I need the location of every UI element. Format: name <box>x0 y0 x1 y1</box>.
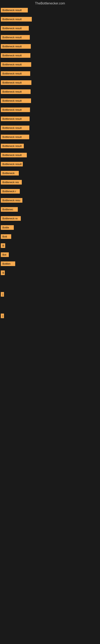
bottleneck-result-bar: | <box>1 314 4 318</box>
bottleneck-result-bar: Bottlenec <box>1 207 18 212</box>
bottleneck-result-bar: Bottleneck <box>1 171 19 176</box>
bar-row: Bottleneck <box>0 171 100 176</box>
bar-row: Bottleneck result <box>0 17 100 22</box>
site-title: TheBottlenecker.com <box>0 0 100 7</box>
bar-row: Bottleneck result <box>0 116 100 122</box>
bottleneck-result-bar: Bottleneck result <box>1 98 31 103</box>
bottleneck-result-bar: Bottleneck result <box>1 108 30 112</box>
bar-row: Bottleneck result <box>0 144 100 149</box>
bar-row: Bottleneck result <box>0 162 100 167</box>
content-area: Bottleneck resultBottleneck resultBottle… <box>0 7 100 328</box>
bar-row: Bottleneck resu <box>0 198 100 204</box>
bar-row: Bottleneck result <box>0 80 100 86</box>
bar-row: Bottleneck result <box>0 8 100 13</box>
bottleneck-result-bar: Bottleneck result <box>1 153 27 158</box>
bar-row: Bottleneck result <box>0 135 100 140</box>
bar-row: Bottleneck result <box>0 126 100 131</box>
bottleneck-result-bar: Bottleneck result <box>1 116 30 121</box>
bar-row: Bottleneck result <box>0 153 100 158</box>
bar-row: Bottleneck result <box>0 53 100 58</box>
bottleneck-result-bar: Bottleneck result <box>1 8 28 12</box>
site-title-text: TheBottlenecker.com <box>35 2 65 5</box>
bar-row: Bottlenec <box>0 207 100 212</box>
bar-row: B <box>0 270 100 276</box>
bottleneck-result-bar: Bottleneck result <box>1 135 29 139</box>
bottleneck-result-bar: Bottleneck result <box>1 44 31 49</box>
bar-row: Bott <box>0 234 100 240</box>
bottleneck-result-bar: Bot <box>1 252 9 257</box>
bar-row: Bottleneck result <box>0 108 100 113</box>
bar-row: Bottleneck result <box>0 44 100 50</box>
bar-row: Bot <box>0 252 100 258</box>
bottleneck-result-bar: B <box>1 270 5 275</box>
bottleneck-result-bar: Bottleneck result <box>1 126 29 130</box>
bar-row: | <box>0 314 100 319</box>
bottleneck-result-bar: B <box>1 243 5 248</box>
bar-row: Bottleneck res <box>0 180 100 185</box>
bottleneck-result-bar: Bottleneck result <box>1 26 29 30</box>
bottleneck-result-bar: Bottleneck result <box>1 35 30 40</box>
bar-row: Bottleneck result <box>0 89 100 95</box>
bottleneck-result-bar: Bottleneck result <box>1 162 23 166</box>
bar-row: Bottleneck result <box>0 35 100 40</box>
bar-row: Bottlen <box>0 262 100 267</box>
bar-row: | <box>0 292 100 298</box>
bottleneck-result-bar: Bottleneck result <box>1 53 30 58</box>
bottleneck-result-bar: Bottleneck result <box>1 17 32 22</box>
bottleneck-result-bar: Bottleneck res <box>1 180 22 184</box>
bottleneck-result-bar: Bottleneck re <box>1 216 21 221</box>
bar-row: Bottleneck result <box>0 98 100 104</box>
bar-row: Bottleneck result <box>0 26 100 32</box>
bar-row: Bottleneck result <box>0 62 100 68</box>
bottleneck-result-bar: Bottleneck result <box>1 71 30 76</box>
bar-row: Bottleneck re <box>0 216 100 222</box>
bottleneck-result-bar: Bottleneck result <box>1 62 31 67</box>
bar-row: B <box>0 243 100 249</box>
bottleneck-result-bar: Bottleneck result <box>1 80 31 85</box>
bottleneck-result-bar: Bottlen <box>1 262 15 266</box>
bottleneck-result-bar: | <box>1 292 4 297</box>
bottleneck-result-bar: Bott <box>1 234 11 239</box>
bar-row: Bottleneck result <box>0 71 100 77</box>
bar-row: Bottle <box>0 225 100 231</box>
bar-row: Bottleneck r <box>0 189 100 194</box>
bottleneck-result-bar: Bottleneck r <box>1 189 20 194</box>
bottleneck-result-bar: Bottle <box>1 225 14 230</box>
bottleneck-result-bar: Bottleneck result <box>1 144 24 148</box>
bottleneck-result-bar: Bottleneck result <box>1 89 31 94</box>
bottleneck-result-bar: Bottleneck resu <box>1 198 22 203</box>
